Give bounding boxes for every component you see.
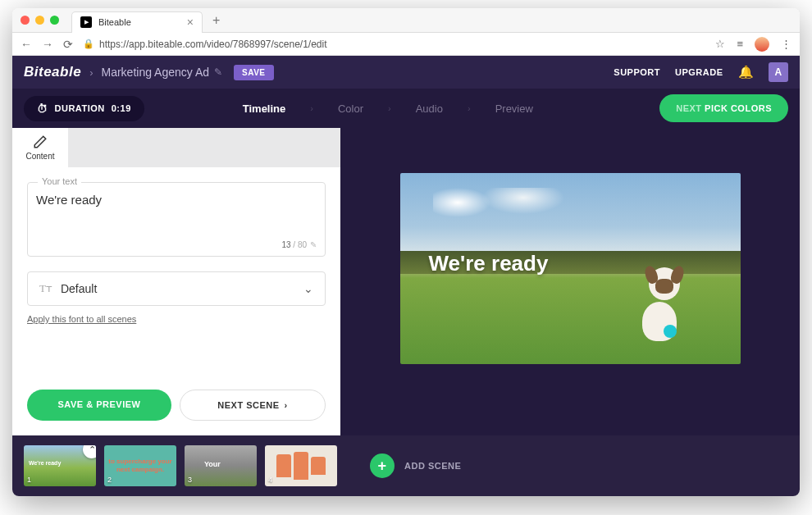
preview-area: We're ready — [340, 128, 800, 435]
brand-logo[interactable]: Biteable — [24, 64, 81, 80]
edit-name-icon[interactable]: ✎ — [214, 66, 222, 78]
sub-header: ⏱ DURATION 0:19 Timeline › Color › Audio… — [12, 89, 800, 128]
duration-value: 0:19 — [112, 103, 131, 113]
chevron-right-icon: › — [285, 400, 288, 410]
next-prefix: NEXT — [676, 103, 701, 113]
menu-icon[interactable]: ⋮ — [781, 38, 791, 50]
project-name[interactable]: Marketing Agency Ad — [101, 66, 209, 79]
step-nav: Timeline › Color › Audio › Preview — [243, 103, 533, 115]
video-canvas[interactable]: We're ready — [400, 173, 741, 364]
chevron-icon: › — [388, 103, 391, 113]
add-scene-label: ADD SCENE — [404, 461, 461, 471]
bell-icon[interactable]: 🔔 — [738, 65, 755, 80]
close-window[interactable] — [21, 16, 30, 25]
font-select[interactable]: Tᴛ Default ⌄ — [27, 271, 326, 306]
profile-avatar[interactable] — [755, 37, 769, 52]
text-field-label: Your text — [38, 176, 81, 186]
content-tab[interactable]: Content — [12, 128, 68, 167]
chevron-icon: › — [468, 103, 471, 113]
step-audio[interactable]: Audio — [416, 103, 443, 115]
clock-icon: ⏱ — [37, 103, 48, 115]
edit-icon[interactable]: ✎ — [310, 240, 317, 249]
tab-title: Biteable — [98, 17, 131, 27]
pencil-icon — [33, 134, 48, 149]
save-preview-button[interactable]: SAVE & PREVIEW — [27, 390, 171, 421]
expand-icon[interactable]: ⌃ — [83, 445, 96, 458]
scene-thumb-2[interactable]: to supercharge your next campaign. 2 — [104, 445, 176, 486]
star-icon[interactable]: ☆ — [715, 38, 725, 50]
browser-titlebar: Biteable × + — [12, 8, 800, 33]
address-bar: ← → ⟳ 🔒 https://app.biteable.com/video/7… — [12, 33, 800, 56]
font-icon: Tᴛ — [39, 282, 52, 295]
editor-tabs: Content — [12, 128, 340, 167]
user-menu[interactable]: A — [769, 62, 788, 82]
next-action: PICK COLORS — [705, 103, 772, 113]
chevron-down-icon: ⌄ — [303, 282, 313, 295]
content-tab-label: Content — [25, 152, 54, 161]
url-text[interactable]: https://app.biteable.com/video/7868997/s… — [99, 39, 327, 50]
browser-tab[interactable]: Biteable × — [71, 11, 203, 33]
duration-label: DURATION — [55, 103, 105, 113]
lock-icon: 🔒 — [83, 39, 94, 49]
new-tab-button[interactable]: + — [212, 13, 220, 28]
save-button[interactable]: SAVE — [234, 65, 274, 80]
overlay-text: We're ready — [429, 251, 549, 276]
breadcrumb-chevron-icon: › — [89, 66, 93, 79]
app-header: Biteable › Marketing Agency Ad ✎ SAVE SU… — [12, 56, 800, 89]
step-preview[interactable]: Preview — [495, 103, 533, 115]
scene-thumb-4[interactable]: 4 — [265, 445, 337, 486]
back-button[interactable]: ← — [21, 38, 32, 51]
scene-thumb-1[interactable]: We're ready 1 ⌃ — [24, 445, 96, 486]
window-controls — [21, 16, 59, 25]
char-counter: 13 / 80✎ — [36, 240, 317, 249]
scene-text-input[interactable] — [36, 193, 317, 235]
tab-close-icon[interactable]: × — [187, 16, 194, 29]
plus-icon: + — [370, 453, 395, 478]
dog-illustration — [634, 267, 691, 341]
favicon-icon — [80, 16, 92, 28]
upgrade-link[interactable]: UPGRADE — [675, 67, 723, 77]
duration-pill[interactable]: ⏱ DURATION 0:19 — [24, 96, 144, 121]
editor-panel: Content Your text 13 / 80✎ Tᴛ Default ⌄ … — [12, 128, 340, 435]
step-timeline[interactable]: Timeline — [243, 103, 286, 115]
font-value: Default — [61, 282, 97, 295]
forward-button[interactable]: → — [42, 38, 53, 51]
sky-decoration — [433, 188, 581, 216]
add-scene[interactable]: + ADD SCENE — [370, 453, 461, 478]
extension-icon[interactable]: ≡ — [737, 38, 743, 50]
step-color[interactable]: Color — [338, 103, 363, 115]
next-scene-button[interactable]: NEXT SCENE › — [180, 390, 326, 421]
maximize-window[interactable] — [50, 16, 59, 25]
reload-button[interactable]: ⟳ — [63, 38, 73, 51]
timeline-strip: We're ready 1 ⌃ to supercharge your next… — [12, 435, 800, 496]
apply-font-link[interactable]: Apply this font to all scenes — [27, 314, 326, 324]
ball-decoration — [664, 325, 677, 338]
chevron-icon: › — [310, 103, 313, 113]
text-field-wrap: Your text 13 / 80✎ — [27, 182, 326, 257]
minimize-window[interactable] — [35, 16, 44, 25]
support-link[interactable]: SUPPORT — [614, 67, 660, 77]
scene-thumb-3[interactable]: Your 3 — [185, 445, 257, 486]
next-step-button[interactable]: NEXT PICK COLORS — [659, 94, 788, 122]
